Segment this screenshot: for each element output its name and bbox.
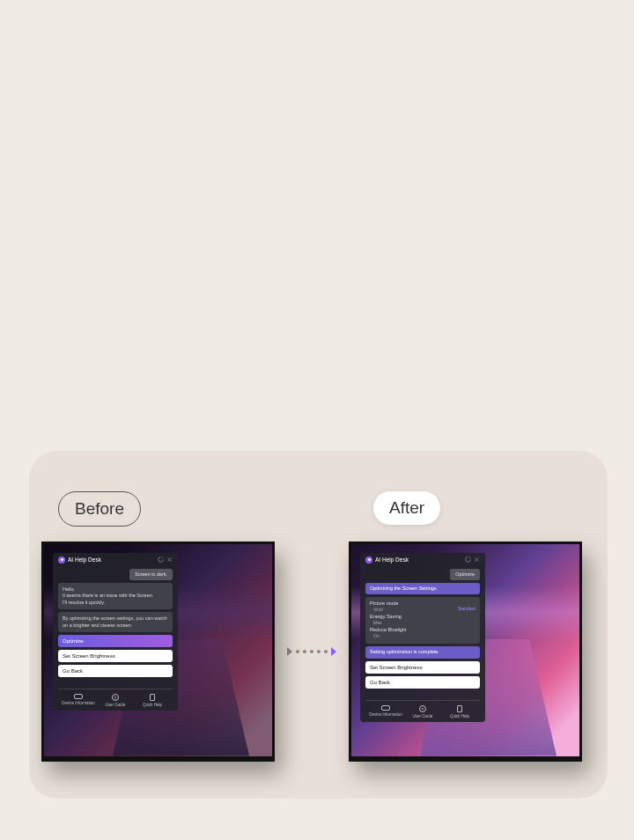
footer-user-guide[interactable]: User Guide [404,705,441,718]
setting-picture-mode: Picture mode Vivid Standard [370,601,476,612]
setting-reduce-bluelight: Reduce Bluelight On [370,627,476,638]
dot-icon [310,650,313,653]
set-brightness-button[interactable]: Set Screen Brightness [58,650,173,662]
setting-label: Energy Saving [370,614,476,619]
footer-label: Quick Help [450,714,469,718]
dot-icon [303,650,306,653]
footer-label: User Guide [106,703,126,707]
panel-header: AI Help Desk [53,553,178,567]
question-icon [112,694,119,701]
user-message: Optimize [450,569,480,580]
footer-quick-help[interactable]: Quick Help [441,705,478,718]
document-icon [150,694,155,701]
settings-summary: Picture mode Vivid Standard Energy Savin… [365,597,480,644]
device-icon [381,705,390,711]
document-icon [457,705,462,712]
ai-help-desk-panel: AI Help Desk Optimize Optimizing the Scr… [360,553,485,722]
close-icon[interactable] [474,556,480,563]
refresh-icon[interactable] [465,556,471,563]
after-tv: AI Help Desk Optimize Optimizing the Scr… [349,542,582,762]
footer-device-info[interactable]: Device Information [60,694,97,707]
close-icon[interactable] [166,556,173,563]
before-tag: Before [58,491,141,527]
device-icon [74,694,83,699]
panel-title: AI Help Desk [68,556,155,563]
go-back-button[interactable]: Go Back [58,665,173,677]
dot-icon [296,650,299,653]
go-back-button[interactable]: Go Back [365,676,480,689]
ai-eye-icon [365,556,372,564]
setting-value: Max [370,620,381,625]
ai-message: By optimizing the screen settings, you c… [58,612,173,632]
panel-footer: Device Information User Guide Quick Help [365,700,480,722]
dot-icon [324,650,328,653]
before-tv: AI Help Desk Screen is dark. Hello. It s… [41,542,275,762]
status-message: Optimizing the Screen Settings. [365,583,480,594]
footer-label: User Guide [413,714,433,718]
footer-label: Quick Help [143,703,162,707]
user-message: Screen is dark. [129,569,173,580]
complete-message: Setting optimization is complete. [365,646,480,658]
ai-eye-icon [58,556,65,564]
panel-header: AI Help Desk [360,553,485,567]
ai-message: Hello. It seems there is an issue with t… [58,583,173,609]
footer-label: Device Information [62,701,95,705]
footer-user-guide[interactable]: User Guide [97,694,134,707]
panel-footer: Device Information User Guide Quick Help [58,689,173,711]
comparison-container: Before After AI Help Desk Scre [29,451,608,799]
footer-label: Device Information [369,712,402,717]
transition-arrow [287,647,336,656]
setting-label: Reduce Bluelight [370,627,476,632]
refresh-icon[interactable] [158,556,164,563]
setting-energy-saving: Energy Saving Max [370,614,476,625]
after-tag: After [373,491,440,525]
dot-icon [317,650,321,653]
footer-quick-help[interactable]: Quick Help [134,694,171,707]
footer-device-info[interactable]: Device Information [367,705,404,718]
setting-value: On [370,633,380,638]
panel-title: AI Help Desk [375,556,462,563]
setting-link[interactable]: Standard [454,606,476,611]
optimize-button[interactable]: Optimize [58,635,173,647]
setting-value: Vivid [370,607,383,612]
triangle-icon [287,647,292,656]
triangle-icon [331,647,336,656]
question-icon [419,705,426,712]
ai-help-desk-panel: AI Help Desk Screen is dark. Hello. It s… [53,553,178,711]
set-brightness-button[interactable]: Set Screen Brightness [365,661,480,674]
